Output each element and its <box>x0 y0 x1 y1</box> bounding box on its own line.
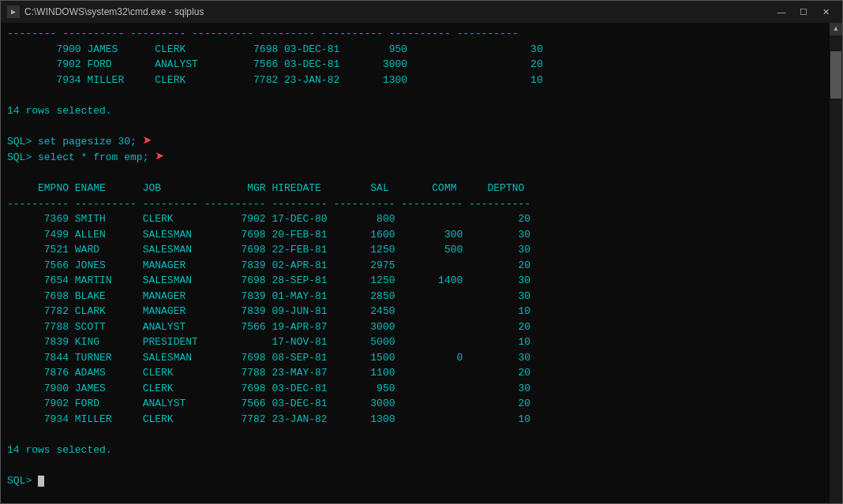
title-bar-left: ▶ C:\WINDOWS\system32\cmd.exe - sqlplus <box>7 6 204 18</box>
cmd1-text: SQL> set pagesize 30; <box>7 134 137 150</box>
minimize-button[interactable]: — <box>771 4 792 20</box>
arrow1-icon: ➤ <box>143 134 152 150</box>
rows-selected-1: 14 rows selected. <box>7 103 823 119</box>
emp-row-10: 7876 ADAMS CLERK 7788 23-MAY-87 1100 20 <box>7 365 823 381</box>
maximize-button[interactable]: ☐ <box>793 4 814 20</box>
emp-row-0: 7369 SMITH CLERK 7902 17-DEC-80 800 20 <box>7 211 823 227</box>
window-title: C:\WINDOWS\system32\cmd.exe - sqlplus <box>24 6 204 17</box>
col-headers: EMPNO ENAME JOB MGR HIREDATE SAL COMM DE… <box>7 181 823 196</box>
close-button[interactable]: ✕ <box>815 4 836 20</box>
title-bar: ▶ C:\WINDOWS\system32\cmd.exe - sqlplus … <box>1 1 842 23</box>
window: ▶ C:\WINDOWS\system32\cmd.exe - sqlplus … <box>0 0 843 504</box>
emp-row-7: 7788 SCOTT ANALYST 7566 19-APR-87 3000 2… <box>7 319 823 335</box>
emp-row-8: 7839 KING PRESIDENT 17-NOV-81 5000 10 <box>7 334 823 350</box>
emp-row-1: 7499 ALLEN SALESMAN 7698 20-FEB-81 1600 … <box>7 227 823 243</box>
emp-row-2: 7521 WARD SALESMAN 7698 22-FEB-81 1250 5… <box>7 242 823 258</box>
window-icon: ▶ <box>7 6 20 18</box>
scroll-up-arrow[interactable]: ▲ <box>830 23 842 35</box>
prev-row-1: 7900 JAMES CLERK 7698 03-DEC-81 950 30 <box>7 42 823 58</box>
emp-row-5: 7698 BLAKE MANAGER 7839 01-MAY-81 2850 3… <box>7 289 823 304</box>
cmd1-line: SQL> set pagesize 30; ➤ <box>7 134 823 150</box>
emp-row-11: 7900 JAMES CLERK 7698 03-DEC-81 950 30 <box>7 381 823 397</box>
col-separator: ---------- ---------- --------- --------… <box>7 196 823 212</box>
sql-prompt[interactable]: SQL> <box>7 473 823 489</box>
prev-row-3: 7934 MILLER CLERK 7782 23-JAN-82 1300 10 <box>7 73 823 88</box>
prev-header-separator: -------- ---------- --------- ----------… <box>7 26 823 42</box>
scrollbar[interactable]: ▲ <box>830 23 842 503</box>
emp-row-9: 7844 TURNER SALESMAN 7698 08-SEP-81 1500… <box>7 350 823 366</box>
emp-row-4: 7654 MARTIN SALESMAN 7698 28-SEP-81 1250… <box>7 273 823 289</box>
cmd2-text: SQL> select * from emp; <box>7 150 148 166</box>
content-area: -------- ---------- --------- ----------… <box>1 23 842 503</box>
arrow2-icon: ➤ <box>155 150 164 166</box>
emp-row-12: 7902 FORD ANALYST 7566 03-DEC-81 3000 20 <box>7 396 823 412</box>
emp-row-6: 7782 CLARK MANAGER 7839 09-JUN-81 2450 1… <box>7 304 823 319</box>
rows-selected-2: 14 rows selected. <box>7 442 823 458</box>
prev-row-2: 7902 FORD ANALYST 7566 03-DEC-81 3000 20 <box>7 57 823 73</box>
cmd2-line: SQL> select * from emp; ➤ <box>7 150 823 166</box>
emp-row-3: 7566 JONES MANAGER 7839 02-APR-81 2975 2… <box>7 258 823 274</box>
title-bar-controls: — ☐ ✕ <box>771 4 836 20</box>
emp-row-13: 7934 MILLER CLERK 7782 23-JAN-82 1300 10 <box>7 412 823 427</box>
scrollbar-thumb[interactable] <box>830 51 841 99</box>
terminal[interactable]: -------- ---------- --------- ----------… <box>1 23 830 503</box>
cursor <box>38 476 44 487</box>
